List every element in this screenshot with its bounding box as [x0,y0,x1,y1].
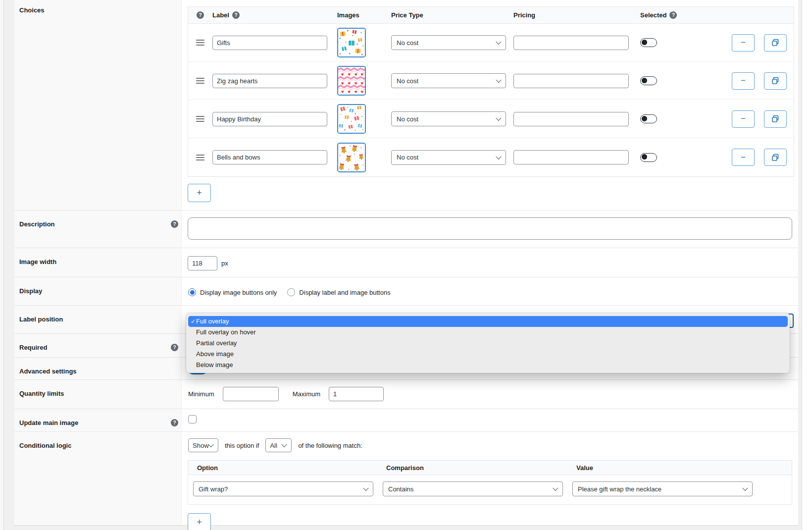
svg-text:♥: ♥ [341,90,344,94]
pricing-input[interactable] [513,36,629,50]
required-help-icon[interactable]: ? [171,344,178,351]
remove-choice-button[interactable]: − [732,34,755,52]
choices-table: ? Label? Images Price Type Pricing Selec… [188,6,794,177]
pricing-input[interactable] [513,150,629,164]
description-title: Description [19,220,55,228]
condition-option-select[interactable]: Gift wrap? [193,481,373,496]
conditional-middle-text: this option if [225,442,259,449]
display-option-label-and-image-label: Display label and image buttons [299,289,390,296]
choice-label-input[interactable] [212,112,327,126]
update-main-image-checkbox[interactable] [188,415,197,424]
maximum-input[interactable] [329,387,384,401]
image-width-input[interactable] [188,256,217,270]
remove-choice-button[interactable]: − [732,149,755,166]
svg-text:♥: ♥ [355,82,357,86]
choice-image-bells-and-bows[interactable] [337,143,366,172]
minimum-label: Minimum [188,390,214,398]
duplicate-choice-button[interactable] [764,72,787,90]
price-type-select[interactable]: No cost [391,111,506,126]
copy-icon [771,115,779,123]
radio-unselected-icon[interactable] [287,288,295,296]
pricing-input[interactable] [513,112,629,126]
dropdown-option-below-image[interactable]: Below image [186,360,790,371]
duplicate-choice-button[interactable] [764,110,787,128]
conditional-match-select[interactable]: All [265,438,292,452]
price-type-select[interactable]: No cost [391,73,506,88]
dropdown-option-full-overlay-on-hover[interactable]: Full overlay on hover [186,327,790,338]
label-help-icon[interactable]: ? [232,11,240,19]
image-width-field-cell: px [182,248,798,277]
drag-handle-icon[interactable] [196,153,204,162]
image-width-title: Image width [19,258,56,265]
row-help-icon[interactable]: ? [197,11,204,19]
selected-toggle[interactable] [640,114,657,123]
update-main-image-field-cell [182,409,798,431]
price-type-select[interactable]: No cost [391,150,506,165]
update-main-image-help-icon[interactable]: ? [171,419,178,426]
selected-toggle[interactable] [640,76,657,85]
condition-comparison-select[interactable]: Contains [383,481,563,496]
image-width-unit: px [221,260,228,267]
choice-label-input[interactable] [212,36,327,50]
conditional-action-select[interactable]: Show [188,438,218,452]
choice-row-bells-and-bows: No cost − [188,138,794,176]
required-label-cell: Required ? [14,334,182,357]
radio-selected-icon[interactable] [188,288,196,296]
pricing-input[interactable] [513,74,629,88]
svg-text:♥: ♥ [348,90,351,94]
display-option-image-only[interactable]: Display image buttons only [188,288,277,296]
description-label-cell: Description ? [14,211,182,248]
bells-and-bows-pattern-image [338,144,365,171]
drag-handle-icon[interactable] [196,76,204,85]
conditions-table: Option Comparison Value Gift wrap? Conta… [188,460,792,505]
display-option-label-and-image[interactable]: Display label and image buttons [287,288,390,296]
duplicate-choice-button[interactable] [764,34,787,52]
advanced-settings-title: Advanced settings [19,368,77,375]
description-help-icon[interactable]: ? [171,220,178,228]
choice-image-zigzag-hearts[interactable]: ♥♥♥♥ ♥♥♥♥ ♥♥♥♥ [337,66,366,96]
duplicate-choice-button[interactable] [764,149,787,166]
remove-choice-button[interactable]: − [732,110,755,128]
selected-toggle[interactable] [640,38,657,47]
conditional-logic-label-cell: Conditional logic [14,432,182,525]
choice-image-gifts[interactable] [337,28,366,57]
copy-icon [771,77,779,85]
choice-label-input[interactable] [212,74,327,88]
add-condition-button[interactable]: + [188,513,211,530]
display-title: Display [19,287,42,295]
gifts-pattern-image [338,29,365,56]
drag-handle-icon[interactable] [196,114,204,123]
drag-handle-icon[interactable] [196,38,204,47]
conditions-table-header: Option Comparison Value [188,461,792,475]
dropdown-option-above-image[interactable]: Above image [186,349,790,360]
label-position-label-cell: Label position [14,306,182,333]
add-choice-button[interactable]: + [188,184,211,202]
col-price-type: Price Type [391,11,513,19]
choice-image-happy-birthday[interactable] [337,104,366,134]
svg-text:♥: ♥ [360,82,363,86]
col-label: Label [212,11,229,19]
minimum-input[interactable] [223,387,279,401]
choices-table-header: ? Label? Images Price Type Pricing Selec… [188,7,794,24]
selected-help-icon[interactable]: ? [669,11,677,19]
dropdown-option-full-overlay[interactable]: ✓ Full overlay [188,316,788,327]
adjacent-panel-edge [802,0,812,530]
svg-text:♥: ♥ [348,73,351,77]
image-width-row: Image width px [14,248,798,277]
selected-toggle[interactable] [640,153,657,162]
copy-icon [771,154,779,161]
remove-choice-button[interactable]: − [732,72,755,90]
description-textarea[interactable] [188,217,792,240]
update-main-image-label-cell: Update main image ? [14,409,182,431]
display-label-cell: Display [14,277,182,305]
dropdown-option-partial-overlay[interactable]: Partial overlay [186,338,790,349]
choice-label-input[interactable] [212,150,327,164]
svg-text:♥: ♥ [341,73,344,77]
condition-value-select[interactable]: Please gift wrap the necklace [572,481,753,496]
choices-row: Choices ? Label? Images Price Type Prici… [14,0,798,211]
choice-row-gifts: No cost − [188,24,794,62]
svg-text:♥: ♥ [348,82,351,86]
price-type-select[interactable]: No cost [391,35,506,50]
col-selected: Selected [640,11,666,19]
update-main-image-title: Update main image [19,419,78,426]
